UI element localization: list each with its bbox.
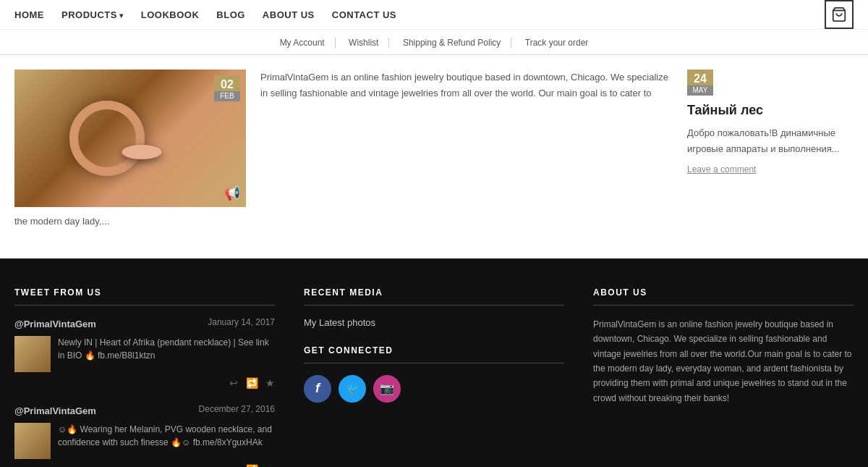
about-column: ABOUT US PrimalVintaGem is an online fas…: [593, 287, 854, 467]
right-post-text: Добро пожаловать!В динамичные игровые ап…: [687, 125, 854, 157]
post-month: FEB: [214, 91, 240, 101]
tweet-username-2: @PrimalVintaGem: [14, 405, 96, 416]
tweet-retweet-icon-2[interactable]: 🔁: [246, 464, 258, 467]
tweet-like-icon-2[interactable]: ★: [265, 464, 275, 467]
tweet-column: TWEET FROM US @PrimalVintaGem January 14…: [14, 287, 275, 467]
about-us-text: PrimalVintaGem is an online fashion jewe…: [593, 317, 854, 405]
recent-media-subtitle: My Latest photos: [304, 317, 564, 328]
footer-inner: TWEET FROM US @PrimalVintaGem January 14…: [14, 287, 854, 467]
center-post: PrimalVintaGem is an online fashion jewe…: [260, 70, 673, 230]
nav-about[interactable]: ABOUT US: [263, 9, 315, 20]
nav-contact[interactable]: CONTACT US: [332, 9, 396, 20]
about-us-title: ABOUT US: [593, 287, 854, 306]
tweet-text-1: Newly IN | Heart of Afrika (pendant neck…: [58, 336, 275, 362]
social-icons: f 🐦 📷: [304, 375, 564, 403]
left-post: 02 FEB 📢 the modern day lady,...: [14, 70, 246, 230]
right-post-day: 24: [689, 72, 711, 85]
tweet-like-icon[interactable]: ★: [265, 377, 275, 389]
tweet-actions-2: ↩ 🔁 ★: [14, 463, 275, 467]
jewelry-image: [14, 70, 246, 207]
get-connected-title: GET CONNECTED: [304, 345, 564, 363]
top-navigation: HOME PRODUCTS LOOKBOOK BLOG ABOUT US CON…: [0, 0, 868, 30]
post-image: 02 FEB 📢: [14, 70, 246, 207]
track-order-link[interactable]: Track your order: [515, 38, 599, 48]
main-menu: HOME PRODUCTS LOOKBOOK BLOG ABOUT US CON…: [14, 1, 396, 29]
tweet-actions-1: ↩ 🔁 ★: [14, 376, 275, 390]
right-post-month: MAY: [687, 85, 713, 96]
nav-blog[interactable]: BLOG: [216, 9, 245, 20]
post-excerpt: the modern day lady,...: [14, 214, 246, 230]
tweet-reply-icon-2[interactable]: ↩: [229, 464, 238, 467]
tweet-header-2: @PrimalVintaGem December 27, 2016: [14, 404, 275, 417]
main-content: 02 FEB 📢 the modern day lady,... PrimalV…: [0, 55, 868, 244]
instagram-icon[interactable]: 📷: [373, 375, 401, 403]
tweet-date-1: January 14, 2017: [208, 317, 275, 327]
center-post-text: PrimalVintaGem is an online fashion jewe…: [260, 70, 673, 101]
tweet-username-1: @PrimalVintaGem: [14, 319, 96, 329]
facebook-icon[interactable]: f: [304, 375, 331, 403]
secondary-navigation: My Account Wishlist Shipping & Refund Po…: [0, 30, 868, 55]
tweet-header-1: @PrimalVintaGem January 14, 2017: [14, 317, 275, 330]
tweet-content-2: ☺🔥 Wearing her Melanin, PVG wooden neckl…: [14, 423, 275, 459]
recent-media-title: RECENT MEDIA: [304, 287, 564, 306]
tweet-text-2: ☺🔥 Wearing her Melanin, PVG wooden neckl…: [58, 423, 275, 449]
tweet-thumbnail-1: [14, 336, 51, 372]
nav-lookbook[interactable]: LOOKBOOK: [141, 9, 200, 20]
tweet-item-1: @PrimalVintaGem January 14, 2017 Newly I…: [14, 317, 275, 390]
right-post-title: Тайный лес: [687, 103, 854, 118]
tweet-item-2: @PrimalVintaGem December 27, 2016 ☺🔥 Wea…: [14, 404, 275, 467]
tweet-retweet-icon[interactable]: 🔁: [246, 377, 258, 389]
wishlist-link[interactable]: Wishlist: [339, 38, 389, 48]
leave-comment-link[interactable]: Leave a comment: [687, 164, 854, 174]
cart-button[interactable]: [825, 0, 854, 29]
my-account-link[interactable]: My Account: [270, 38, 336, 48]
tweet-section-title: TWEET FROM US: [14, 287, 275, 306]
twitter-icon[interactable]: 🐦: [339, 375, 366, 403]
post-day: 02: [216, 77, 238, 91]
shipping-policy-link[interactable]: Shipping & Refund Policy: [393, 38, 511, 48]
megaphone-icon: 📢: [224, 185, 240, 201]
nav-home[interactable]: HOME: [14, 9, 44, 20]
recent-media-column: RECENT MEDIA My Latest photos GET CONNEC…: [304, 287, 564, 467]
post-date-badge: 02 FEB: [214, 75, 240, 101]
tweet-reply-icon[interactable]: ↩: [229, 377, 238, 389]
right-date-badge: 24 MAY: [687, 70, 713, 96]
right-post: 24 MAY Тайный лес Добро пожаловать!В дин…: [687, 70, 854, 230]
nav-products[interactable]: PRODUCTS: [61, 9, 124, 20]
footer: TWEET FROM US @PrimalVintaGem January 14…: [0, 258, 868, 467]
tweet-content-1: Newly IN | Heart of Afrika (pendant neck…: [14, 336, 275, 372]
tweet-date-2: December 27, 2016: [199, 404, 275, 414]
tweet-thumbnail-2: [14, 423, 51, 459]
